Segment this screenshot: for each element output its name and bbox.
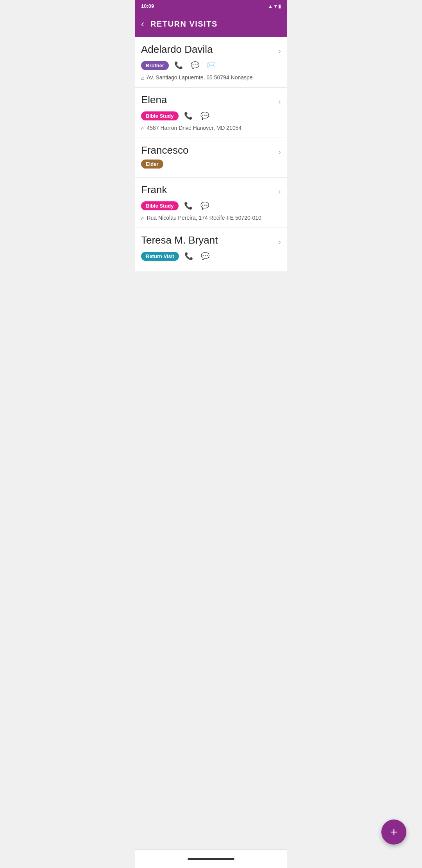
wifi-icon: ▾ <box>274 4 277 9</box>
status-icons: ▲ ▾ ▮ <box>268 4 281 9</box>
tag-row-elena: Bible Study📞💬 <box>141 109 281 122</box>
address-text-frank: Rua Nicolau Pereira, 174 Recife-FE 50720… <box>147 215 261 221</box>
back-button[interactable]: ‹ <box>141 18 144 29</box>
chevron-icon: › <box>278 237 281 246</box>
address-text-elena: 4587 Harron Drive Hanover, MD 21054 <box>147 125 241 131</box>
chevron-icon: › <box>278 147 281 156</box>
chevron-icon: › <box>278 47 281 56</box>
contact-name-adelardo-davila: Adelardo Davila <box>141 43 213 56</box>
message-icon[interactable]: 💬 <box>198 199 211 212</box>
address-frank: ⌂Rua Nicolau Pereira, 174 Recife-FE 5072… <box>141 215 281 221</box>
contact-name-frank: Frank <box>141 184 167 196</box>
address-text-adelardo-davila: Av. Santiago Lapuernte, 65 50794 Nonaspe <box>147 74 252 81</box>
battery-icon: ▮ <box>278 4 281 9</box>
tag-frank: Bible Study <box>141 201 179 210</box>
signal-icon: ▲ <box>268 4 273 9</box>
contact-item-elena[interactable]: Elena›Bible Study📞💬⌂4587 Harron Drive Ha… <box>135 88 287 138</box>
tag-teresa-m-bryant: Return Visit <box>141 252 179 261</box>
home-icon: ⌂ <box>141 75 144 81</box>
header: ‹ RETURN VISITS <box>135 12 287 37</box>
chevron-icon: › <box>278 97 281 106</box>
phone-icon[interactable]: 📞 <box>182 109 195 122</box>
tag-row-adelardo-davila: Brother📞💬✉️ <box>141 59 281 72</box>
contact-name-francesco: Francesco <box>141 144 188 156</box>
message-icon[interactable]: 💬 <box>198 249 212 263</box>
tag-adelardo-davila: Brother <box>141 61 169 70</box>
phone-icon[interactable]: 📞 <box>172 59 185 72</box>
email-icon[interactable]: ✉️ <box>205 59 218 72</box>
message-icon[interactable]: 💬 <box>188 59 202 72</box>
address-elena: ⌂4587 Harron Drive Hanover, MD 21054 <box>141 125 281 131</box>
contact-list: Adelardo Davila›Brother📞💬✉️⌂Av. Santiago… <box>135 37 287 271</box>
home-icon: ⌂ <box>141 215 144 221</box>
contact-item-francesco[interactable]: Francesco›Elder <box>135 138 287 178</box>
empty-area <box>135 271 287 369</box>
message-icon[interactable]: 💬 <box>198 109 211 122</box>
status-time: 10:09 <box>141 3 154 9</box>
page-title: RETURN VISITS <box>150 20 218 29</box>
contact-item-adelardo-davila[interactable]: Adelardo Davila›Brother📞💬✉️⌂Av. Santiago… <box>135 37 287 88</box>
tag-elena: Bible Study <box>141 111 179 120</box>
tag-row-francesco: Elder <box>141 160 281 169</box>
tag-row-frank: Bible Study📞💬 <box>141 199 281 212</box>
address-adelardo-davila: ⌂Av. Santiago Lapuernte, 65 50794 Nonasp… <box>141 74 281 81</box>
chevron-icon: › <box>278 187 281 196</box>
contact-name-elena: Elena <box>141 94 167 106</box>
contact-item-frank[interactable]: Frank›Bible Study📞💬⌂Rua Nicolau Pereira,… <box>135 178 287 228</box>
tag-francesco: Elder <box>141 160 163 169</box>
contact-name-teresa-m-bryant: Teresa M. Bryant <box>141 234 218 246</box>
phone-icon[interactable]: 📞 <box>182 199 195 212</box>
tag-row-teresa-m-bryant: Return Visit📞💬 <box>141 249 281 263</box>
phone-icon[interactable]: 📞 <box>182 249 195 263</box>
home-icon: ⌂ <box>141 125 144 131</box>
contact-item-teresa-m-bryant[interactable]: Teresa M. Bryant›Return Visit📞💬 <box>135 228 287 271</box>
status-bar: 10:09 ▲ ▾ ▮ <box>135 0 287 12</box>
